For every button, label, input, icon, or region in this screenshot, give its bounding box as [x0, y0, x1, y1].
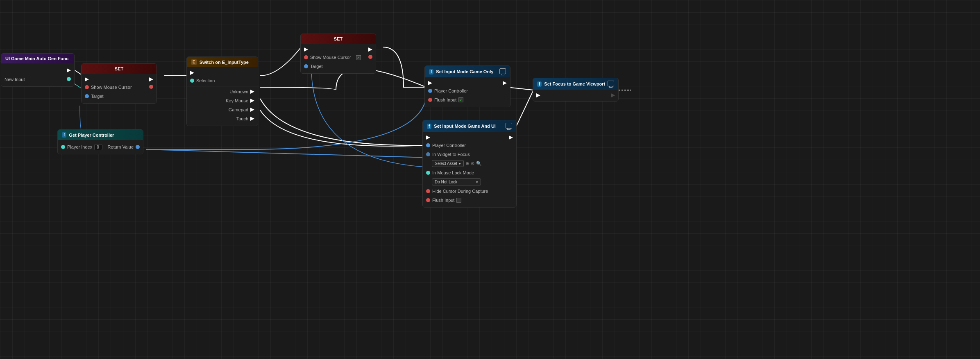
game-only-exec-out[interactable]: [503, 81, 507, 85]
f-badge-game-ui: f: [427, 124, 431, 129]
game-ui-select-asset-row: Select Asset ▾ ⊕ ⊙ 🔍: [423, 159, 516, 168]
set2-show-mouse-row: Show Mouse Cursor ✓: [301, 53, 376, 62]
switch-body: Selection Unknown Key Mouse Gamepad: [187, 67, 258, 126]
set2-show-mouse-label: Show Mouse Cursor: [310, 55, 351, 60]
game-ui-exec-in[interactable]: [426, 135, 430, 140]
monitor-icon-game-only: [499, 68, 506, 74]
player-index-input[interactable]: 0: [94, 144, 102, 150]
new-input-label: New Input: [5, 77, 25, 82]
e-badge: E: [191, 59, 197, 65]
set-input-game-only-node: f Set Input Mode Game Only Player Contro…: [424, 65, 510, 107]
new-input-pin[interactable]: [67, 77, 71, 81]
get-player-index-label: Player Index: [67, 145, 92, 149]
game-only-player-pin[interactable]: [428, 89, 432, 93]
ui-game-func-title: UI Game Main Auto Gen Func: [5, 56, 68, 61]
func-exec-row: [1, 66, 74, 75]
switch-keymouse-label: Key Mouse: [226, 98, 248, 103]
browse-asset-icon[interactable]: ⊙: [471, 161, 474, 166]
game-only-player-label: Player Controller: [434, 88, 468, 93]
search-asset-icon[interactable]: 🔍: [476, 161, 482, 166]
switch-selection-pin[interactable]: [190, 79, 194, 83]
switch-unknown-label: Unknown: [229, 89, 248, 94]
switch-touch-row: Touch: [187, 114, 258, 123]
set-input-game-only-body: Player Controller Flush Input ✓: [425, 77, 510, 107]
set1-title: SET: [115, 66, 123, 71]
add-asset-icon[interactable]: ⊕: [465, 161, 469, 166]
set-input-game-ui-title: Set Input Mode Game And UI: [434, 124, 496, 129]
switch-header: E Switch on E_InputType: [187, 57, 258, 67]
game-ui-lock-mode-row: In Mouse Lock Mode: [423, 168, 516, 177]
set2-exec-out[interactable]: [368, 47, 372, 52]
set2-show-mouse-pin[interactable]: [304, 55, 308, 59]
monitor-icon-focus: [608, 81, 614, 86]
set2-node: SET Show Mouse Cursor ✓ Target: [300, 34, 376, 74]
return-value-label: Return Value: [108, 145, 134, 149]
f-badge-get-player: f: [62, 132, 66, 138]
game-ui-widget-pin[interactable]: [426, 152, 430, 156]
get-player-index-pin[interactable]: [61, 145, 65, 149]
game-ui-flush-check[interactable]: [456, 198, 461, 203]
select-asset-control[interactable]: Select Asset ▾ ⊕ ⊙ 🔍: [432, 160, 482, 167]
exec-out-pin[interactable]: [67, 68, 71, 72]
set1-show-mouse-row: Show Mouse Cursor: [82, 83, 157, 92]
return-value-pin[interactable]: [136, 145, 140, 149]
set1-show-mouse-pin[interactable]: [85, 85, 89, 89]
set2-body: Show Mouse Cursor ✓ Target: [301, 44, 376, 73]
set-focus-exec-in[interactable]: [536, 93, 540, 97]
switch-title: Switch on E_InputType: [200, 60, 249, 65]
set1-target-pin[interactable]: [85, 94, 89, 98]
set1-show-mouse-out-pin[interactable]: [149, 85, 153, 89]
set2-exec-in[interactable]: [304, 47, 308, 52]
f-badge-game-only: f: [429, 69, 433, 75]
switch-keymouse-pin[interactable]: [250, 99, 254, 103]
set1-exec-in[interactable]: [85, 77, 89, 81]
f-badge-focus: f: [537, 81, 542, 87]
set-input-game-ui-header: f Set Input Mode Game And UI: [423, 120, 516, 132]
set1-show-mouse-label: Show Mouse Cursor: [91, 85, 132, 90]
set1-exec-out[interactable]: [149, 77, 153, 81]
game-ui-exec-out[interactable]: [509, 135, 513, 140]
get-player-body: Player Index 0 Return Value: [58, 140, 143, 154]
ui-game-func-header: UI Game Main Auto Gen Func: [1, 54, 74, 63]
game-ui-lock-mode-dropdown-row: Do Not Lock ▾: [423, 177, 516, 187]
set-focus-header: f Set Focus to Game Viewport: [533, 78, 618, 90]
game-ui-player-row: Player Controller: [423, 141, 516, 150]
set2-show-mouse-out[interactable]: [368, 55, 372, 59]
get-player-node: f Get Player Controller Player Index 0 R…: [57, 129, 143, 154]
set2-show-mouse-check[interactable]: ✓: [356, 55, 361, 60]
game-ui-flush-label: Flush Input: [432, 198, 454, 203]
set-input-game-ui-node: f Set Input Mode Game And UI Player Cont…: [422, 120, 517, 208]
ui-game-func-node: UI Game Main Auto Gen Func New Input: [1, 53, 75, 87]
switch-selection-label: Selection: [196, 78, 215, 83]
game-only-flush-pin[interactable]: [428, 98, 432, 102]
set-focus-node: f Set Focus to Game Viewport: [533, 78, 619, 102]
game-only-player-row: Player Controller: [425, 86, 510, 95]
game-ui-lock-mode-pin[interactable]: [426, 171, 430, 175]
lock-mode-dropdown[interactable]: Do Not Lock ▾: [432, 178, 481, 185]
get-player-title: Get Player Controller: [69, 133, 114, 138]
game-ui-hide-cursor-label: Hide Cursor During Capture: [432, 189, 488, 194]
switch-exec-in[interactable]: [190, 71, 194, 75]
set-focus-exec-out[interactable]: [611, 93, 615, 97]
switch-gamepad-pin[interactable]: [250, 108, 254, 112]
set-focus-body: [533, 90, 618, 101]
set2-target-pin[interactable]: [304, 64, 308, 68]
game-only-exec-in[interactable]: [428, 81, 432, 85]
switch-selection-row: Selection: [187, 76, 258, 85]
set1-target-label: Target: [91, 94, 104, 99]
game-ui-flush-pin[interactable]: [426, 198, 430, 202]
select-asset-dropdown[interactable]: Select Asset ▾: [432, 160, 464, 167]
game-ui-player-pin[interactable]: [426, 143, 430, 147]
game-ui-hide-cursor-pin[interactable]: [426, 189, 430, 193]
switch-unknown-pin[interactable]: [250, 90, 254, 94]
set-input-game-only-title: Set Input Mode Game Only: [436, 69, 493, 74]
game-only-flush-check[interactable]: ✓: [458, 97, 463, 102]
set-focus-exec-row: [533, 92, 618, 99]
set2-header: SET: [301, 34, 376, 44]
ui-game-func-body: New Input: [1, 63, 74, 86]
game-ui-player-label: Player Controller: [432, 143, 466, 148]
switch-unknown-row: Unknown: [187, 87, 258, 96]
set2-exec-row: [301, 46, 376, 53]
set2-target-label: Target: [310, 64, 323, 69]
switch-touch-pin[interactable]: [250, 117, 254, 121]
